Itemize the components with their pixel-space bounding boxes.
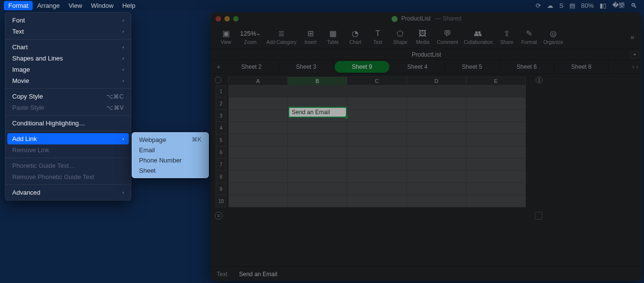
menu-item-remove-phonetic-guide: Remove Phonetic Guide Text xyxy=(5,171,131,182)
menu-help[interactable]: Help xyxy=(118,1,140,10)
menu-item-font[interactable]: Font› xyxy=(5,15,131,26)
window-titlebar: ⬤ ProductList — Shared xyxy=(211,12,642,25)
col-header[interactable]: C xyxy=(347,77,407,85)
control-center-icon[interactable]: �樂 xyxy=(612,1,625,10)
toolbar-collaboration[interactable]: 👥︎Collaboration xyxy=(461,29,496,45)
col-header-selected[interactable]: B xyxy=(288,77,347,85)
sheet-nav-prev[interactable]: ‹ xyxy=(632,63,634,70)
insert-icon: ⊞ xyxy=(307,29,314,38)
menu-format[interactable]: Format xyxy=(4,1,33,10)
submenu-email[interactable]: Email xyxy=(132,145,208,155)
row-header[interactable]: 1 xyxy=(216,85,226,98)
toolbar-comment[interactable]: 💬︎Comment xyxy=(434,29,461,45)
s-icon[interactable]: S xyxy=(559,2,564,9)
sheet-nav-next[interactable]: › xyxy=(636,63,638,70)
toolbar-zoom[interactable]: 125% ⌄Zoom xyxy=(237,29,263,45)
sheet-tab-active[interactable]: Sheet 9 xyxy=(335,61,389,73)
system-menubar: Format Arrange View Window Help ⟳ ☁︎ S ▤… xyxy=(0,0,644,11)
zoom-window-button[interactable] xyxy=(233,16,239,21)
toolbar-organize[interactable]: ◎Organize xyxy=(541,29,566,45)
toolbar-add-category[interactable]: ≣Add Category xyxy=(263,29,299,45)
column-headers: A B C D E xyxy=(228,77,637,85)
cell-editor[interactable]: Send an Email xyxy=(288,107,347,118)
table-resize-handle[interactable] xyxy=(535,212,543,220)
collaboration-icon: 👥︎ xyxy=(474,29,482,38)
menu-item-text[interactable]: Text› xyxy=(5,26,131,37)
table-handle-icon[interactable] xyxy=(215,77,221,83)
sheet-tab[interactable]: Sheet 6 xyxy=(500,61,554,73)
sheet-tab[interactable]: Sheet 8 xyxy=(554,61,609,73)
toolbar-view[interactable]: ▣View xyxy=(215,29,237,45)
sheet-tab[interactable]: Sheet 4 xyxy=(390,61,445,73)
menu-arrange[interactable]: Arrange xyxy=(33,1,64,10)
row-header[interactable]: 7 xyxy=(216,159,226,171)
row-header[interactable]: 9 xyxy=(216,183,226,195)
minimize-window-button[interactable] xyxy=(224,16,230,21)
row-header[interactable]: 2 xyxy=(216,98,226,110)
toolbar-insert[interactable]: ⊞Insert xyxy=(299,29,322,45)
spotlight-icon[interactable]: 🔍︎ xyxy=(631,2,637,9)
numbers-window: ⬤ ProductList — Shared ▣View 125% ⌄Zoom … xyxy=(211,12,642,281)
add-tab-button[interactable]: + xyxy=(630,51,639,59)
column-add-handle[interactable]: ‖ xyxy=(536,77,543,83)
menu-item-add-link[interactable]: Add Link› xyxy=(7,133,129,144)
sheet-tab[interactable]: Sheet 2 xyxy=(224,61,279,73)
battery-icon[interactable]: ▮▯ xyxy=(600,2,606,9)
submenu-webpage[interactable]: Webpage⌘K xyxy=(132,135,208,145)
row-header[interactable]: 4 xyxy=(216,122,226,134)
chevron-right-icon: › xyxy=(122,29,124,34)
submenu-phone-number[interactable]: Phone Number xyxy=(132,155,208,165)
toolbar-format[interactable]: ✎Format xyxy=(518,29,541,45)
formula-bar-label: Text xyxy=(217,271,227,278)
close-window-button[interactable] xyxy=(216,16,221,21)
row-header[interactable]: 3 xyxy=(216,110,226,122)
view-icon: ▣ xyxy=(222,29,230,38)
submenu-sheet[interactable]: Sheet xyxy=(132,165,208,176)
table-icon: ▦ xyxy=(329,29,337,38)
chevron-right-icon: › xyxy=(122,136,124,142)
toolbar-text[interactable]: TText xyxy=(366,29,389,45)
media-icon: 🖼︎ xyxy=(419,29,426,38)
sheet-tab[interactable]: Sheet 5 xyxy=(445,61,500,73)
menu-item-movie[interactable]: Movie› xyxy=(5,75,131,86)
chevron-right-icon: › xyxy=(122,78,124,83)
menu-item-shapes[interactable]: Shapes and Lines› xyxy=(5,53,131,64)
col-header[interactable]: E xyxy=(466,77,526,85)
menu-item-conditional-highlighting[interactable]: Conditional Highlighting… xyxy=(5,118,131,129)
sheet-tab[interactable]: Sheet 3 xyxy=(279,61,334,73)
menu-item-advanced[interactable]: Advanced› xyxy=(5,187,131,198)
menu-item-copy-style[interactable]: Copy Style⌥⌘C xyxy=(5,91,131,102)
row-header[interactable]: 10 xyxy=(216,195,226,207)
add-sheet-button[interactable]: + xyxy=(213,63,224,71)
toolbar-overflow[interactable]: » xyxy=(626,33,638,41)
menu-item-paste-style: Paste Style⌥⌘V xyxy=(5,102,131,113)
row-header[interactable]: 8 xyxy=(216,171,226,183)
cloud-icon[interactable]: ☁︎ xyxy=(547,2,553,9)
battery-percent: 80% xyxy=(581,2,594,9)
menu-window[interactable]: Window xyxy=(86,1,118,10)
col-header[interactable]: D xyxy=(407,77,466,85)
chart-icon: ◔ xyxy=(352,29,359,38)
share-icon: ⇪ xyxy=(503,29,510,38)
cells-grid[interactable] xyxy=(228,85,526,207)
toolbar-shape[interactable]: ⬠Shape xyxy=(389,29,411,45)
menu-item-image[interactable]: Image› xyxy=(5,64,131,75)
menu-item-chart[interactable]: Chart› xyxy=(5,41,131,53)
toolbar-share[interactable]: ⇪Share xyxy=(496,29,518,45)
spreadsheet-canvas[interactable]: ‖ A B C D E 1 2 3 4 5 6 7 8 9 10 xyxy=(211,74,642,266)
formula-bar-value[interactable]: Send an Email xyxy=(239,271,277,278)
cloud-sync-icon[interactable]: ⟳ xyxy=(536,2,541,9)
add-link-submenu: Webpage⌘K Email Phone Number Sheet xyxy=(132,132,209,178)
row-header[interactable]: 5 xyxy=(216,134,226,146)
toolbar-table[interactable]: ▦Table xyxy=(322,29,344,45)
menu-view[interactable]: View xyxy=(64,1,86,10)
chevron-right-icon: › xyxy=(122,18,124,23)
col-header[interactable]: A xyxy=(228,77,288,85)
toolbar-media[interactable]: 🖼︎Media xyxy=(411,29,434,45)
toolbar-chart[interactable]: ◔Chart xyxy=(344,29,366,45)
shape-icon: ⬠ xyxy=(397,29,403,38)
row-header[interactable]: 6 xyxy=(216,146,226,159)
row-add-handle[interactable]: = xyxy=(215,212,222,220)
sheet-tab-bar: + Sheet 2 Sheet 3 Sheet 9 Sheet 4 Sheet … xyxy=(211,60,642,74)
calculator-icon[interactable]: ▤ xyxy=(569,2,575,9)
